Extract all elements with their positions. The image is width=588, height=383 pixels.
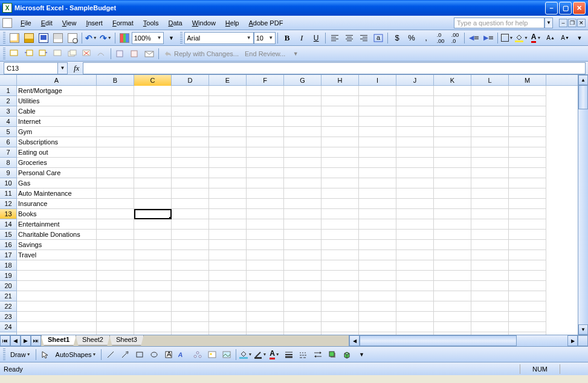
- menu-window[interactable]: Window: [187, 18, 221, 28]
- cell-I9[interactable]: [359, 168, 396, 178]
- cell-M23[interactable]: [509, 312, 546, 322]
- cell-H14[interactable]: [321, 219, 359, 230]
- cell-K5[interactable]: [434, 127, 471, 137]
- cell-J18[interactable]: [396, 260, 434, 271]
- cell-D9[interactable]: [172, 168, 209, 178]
- row-header-21[interactable]: 21: [0, 291, 17, 301]
- cell-J22[interactable]: [396, 301, 434, 312]
- select-all-corner[interactable]: [0, 75, 17, 86]
- cell-M15[interactable]: [509, 230, 546, 240]
- cell-E9[interactable]: [209, 168, 247, 178]
- row-header-19[interactable]: 19: [0, 271, 17, 281]
- cell-K16[interactable]: [434, 240, 471, 250]
- increase-indent-button[interactable]: ▶: [482, 31, 495, 45]
- cell-H13[interactable]: [321, 209, 359, 219]
- cell-C20[interactable]: [134, 281, 172, 291]
- line-button[interactable]: [104, 348, 117, 361]
- cell-L17[interactable]: [471, 250, 509, 260]
- cell-M25[interactable]: [509, 332, 546, 335]
- cell-G13[interactable]: [284, 209, 321, 219]
- cell-D10[interactable]: [172, 178, 209, 188]
- cell-I3[interactable]: [359, 106, 396, 117]
- diagram-button[interactable]: [191, 348, 204, 361]
- cell-C3[interactable]: [134, 106, 172, 117]
- cell-D20[interactable]: [172, 281, 209, 291]
- row-header-23[interactable]: 23: [0, 312, 17, 322]
- cell-C2[interactable]: [134, 96, 172, 106]
- align-right-button[interactable]: [357, 31, 370, 45]
- cell-M19[interactable]: [509, 271, 546, 281]
- redo-button[interactable]: ↷▼: [99, 31, 112, 45]
- row-header-6[interactable]: 6: [0, 137, 17, 147]
- cell-G8[interactable]: [284, 158, 321, 168]
- cell-F5[interactable]: [247, 127, 284, 137]
- cell-I8[interactable]: [359, 158, 396, 168]
- chart-wizard-button[interactable]: [118, 31, 131, 45]
- toolbar-options-button[interactable]: ▼: [573, 31, 586, 45]
- cell-J15[interactable]: [396, 230, 434, 240]
- cell-J19[interactable]: [396, 271, 434, 281]
- shadow-button[interactable]: [326, 348, 339, 361]
- cell-H24[interactable]: [321, 322, 359, 332]
- cell-E14[interactable]: [209, 219, 247, 230]
- cell-E19[interactable]: [209, 271, 247, 281]
- row-header-11[interactable]: 11: [0, 188, 17, 199]
- column-header-G[interactable]: G: [284, 75, 321, 86]
- cell-I2[interactable]: [359, 96, 396, 106]
- row-header-24[interactable]: 24: [0, 322, 17, 332]
- cell-L25[interactable]: [471, 332, 509, 335]
- cell-I21[interactable]: [359, 291, 396, 301]
- cell-G21[interactable]: [284, 291, 321, 301]
- merge-center-button[interactable]: a: [372, 31, 385, 45]
- column-header-C[interactable]: C: [134, 75, 172, 86]
- cell-A13[interactable]: Books: [17, 209, 97, 219]
- cell-K2[interactable]: [434, 96, 471, 106]
- column-header-J[interactable]: J: [396, 75, 434, 86]
- cell-E8[interactable]: [209, 158, 247, 168]
- cell-J8[interactable]: [396, 158, 434, 168]
- cell-J21[interactable]: [396, 291, 434, 301]
- cell-K4[interactable]: [434, 117, 471, 127]
- cell-B15[interactable]: [97, 230, 134, 240]
- cell-I14[interactable]: [359, 219, 396, 230]
- cell-D6[interactable]: [172, 137, 209, 147]
- cell-D17[interactable]: [172, 250, 209, 260]
- cell-C4[interactable]: [134, 117, 172, 127]
- cell-E3[interactable]: [209, 106, 247, 117]
- cell-C24[interactable]: [134, 322, 172, 332]
- cell-C5[interactable]: [134, 127, 172, 137]
- cell-B18[interactable]: [97, 260, 134, 271]
- cell-L5[interactable]: [471, 127, 509, 137]
- oval-button[interactable]: [147, 348, 161, 361]
- toolbar-grip[interactable]: [3, 48, 5, 60]
- cell-A3[interactable]: Cable: [17, 106, 97, 117]
- row-header-17[interactable]: 17: [0, 250, 17, 260]
- cell-B3[interactable]: [97, 106, 134, 117]
- cell-D23[interactable]: [172, 312, 209, 322]
- scroll-left-button[interactable]: ◀: [349, 335, 360, 346]
- cell-E1[interactable]: [209, 86, 247, 96]
- cell-I10[interactable]: [359, 178, 396, 188]
- cell-M14[interactable]: [509, 219, 546, 230]
- cell-H17[interactable]: [321, 250, 359, 260]
- cell-H2[interactable]: [321, 96, 359, 106]
- print-button[interactable]: [51, 31, 65, 45]
- cell-G7[interactable]: [284, 147, 321, 158]
- cell-G4[interactable]: [284, 117, 321, 127]
- cell-M6[interactable]: [509, 137, 546, 147]
- cell-D3[interactable]: [172, 106, 209, 117]
- scroll-down-button[interactable]: ▼: [578, 324, 588, 335]
- cell-J14[interactable]: [396, 219, 434, 230]
- next-comment-button[interactable]: [37, 47, 50, 60]
- cell-D14[interactable]: [172, 219, 209, 230]
- cell-A18[interactable]: [17, 260, 97, 271]
- cell-E24[interactable]: [209, 322, 247, 332]
- cell-B13[interactable]: [97, 209, 134, 219]
- row-header-9[interactable]: 9: [0, 168, 17, 178]
- cell-L14[interactable]: [471, 219, 509, 230]
- document-icon[interactable]: [2, 18, 12, 28]
- cell-L16[interactable]: [471, 240, 509, 250]
- cell-J25[interactable]: [396, 332, 434, 335]
- cell-G3[interactable]: [284, 106, 321, 117]
- cell-G10[interactable]: [284, 178, 321, 188]
